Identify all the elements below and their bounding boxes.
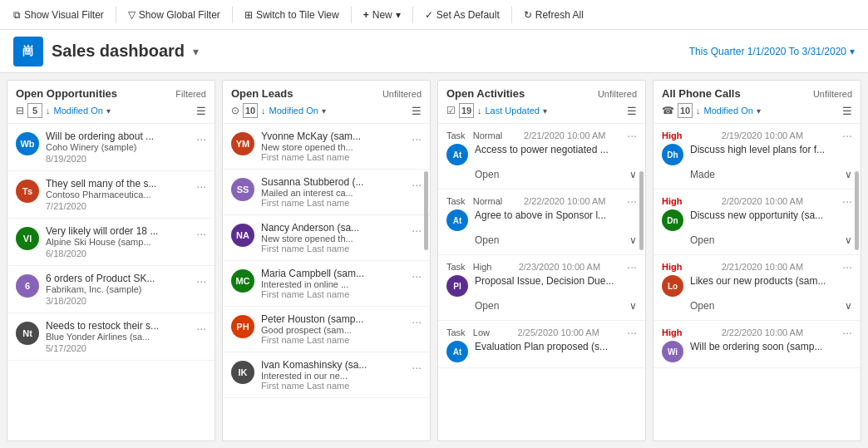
list-item[interactable]: Task Low 2/25/2020 10:00 AM ··· At Evalu… — [438, 321, 645, 368]
call-status-text: Made — [690, 169, 715, 180]
show-global-filter-label: Show Global Filter — [139, 9, 220, 21]
avatar: At — [446, 209, 468, 231]
title-chevron-icon[interactable]: ▾ — [193, 45, 199, 58]
table-row[interactable]: MC Maria Campbell (sam... Interested in … — [223, 261, 430, 307]
call-more-icon[interactable]: ··· — [842, 326, 852, 339]
item-more-icon[interactable]: ··· — [196, 227, 206, 240]
activities-sort-chevron[interactable]: ▾ — [543, 106, 547, 116]
new-button[interactable]: + New ▾ — [357, 6, 407, 24]
opportunities-list: Wb Will be ordering about ... Coho Winer… — [7, 124, 215, 441]
phone-filter-icon[interactable]: ☰ — [842, 105, 852, 117]
leads-sort-chevron[interactable]: ▾ — [322, 106, 326, 116]
table-row[interactable]: SS Susanna Stubberod (... Mailed an inte… — [223, 170, 430, 215]
item-more-icon[interactable]: ··· — [196, 274, 206, 288]
activity-more-icon[interactable]: ··· — [627, 326, 637, 339]
call-date: 2/21/2020 10:00 AM — [722, 262, 803, 272]
item-more-icon[interactable]: ··· — [412, 315, 422, 328]
refresh-icon: ↻ — [524, 9, 532, 21]
phone-sort-icon[interactable]: ↓ — [696, 106, 701, 116]
refresh-all-button[interactable]: ↻ Refresh All — [517, 6, 590, 24]
activity-date: 2/23/2020 10:00 AM — [519, 262, 600, 272]
activity-type: Task Low — [446, 327, 490, 337]
show-visual-filter-button[interactable]: ⧉ Show Visual Filter — [7, 6, 111, 24]
open-activities-header: Open Activities Unfiltered ☑ 19 ↓ Last U… — [438, 81, 645, 124]
activity-date: 2/25/2020 10:00 AM — [517, 327, 599, 337]
switch-tile-view-button[interactable]: ⊞ Switch to Tile View — [238, 6, 346, 24]
call-text: Will be ordering soon (samp... — [690, 341, 852, 352]
table-row[interactable]: Nt Needs to restock their s... Blue Yond… — [7, 313, 215, 361]
call-more-icon[interactable]: ··· — [842, 129, 852, 142]
table-row[interactable]: 6 6 orders of Product SK... Fabrikam, In… — [7, 266, 215, 313]
activity-status-chevron[interactable]: ∨ — [629, 234, 637, 246]
open-activities-title: Open Activities — [446, 87, 525, 100]
item-more-icon[interactable]: ··· — [196, 180, 206, 193]
call-date: 2/20/2020 10:00 AM — [722, 196, 803, 206]
activity-more-icon[interactable]: ··· — [627, 194, 637, 208]
opportunities-count: 5 — [27, 103, 42, 118]
call-more-icon[interactable]: ··· — [842, 194, 852, 208]
list-item[interactable]: High 2/21/2020 10:00 AM ··· Lo Likes our… — [653, 255, 861, 321]
table-row[interactable]: PH Peter Houston (samp... Good prospect … — [223, 307, 430, 352]
opportunities-filter-icon[interactable]: ☰ — [196, 105, 206, 117]
open-leads-column: Open Leads Unfiltered ⊙ 10 ↓ Modified On… — [222, 80, 431, 441]
table-row[interactable]: Wb Will be ordering about ... Coho Winer… — [7, 124, 215, 171]
list-item[interactable]: Task Normal 2/22/2020 10:00 AM ··· At Ag… — [438, 190, 645, 255]
scrollbar[interactable] — [639, 171, 644, 250]
leads-sort-icon[interactable]: ↓ — [261, 106, 266, 116]
activity-status-chevron[interactable]: ∨ — [629, 300, 637, 312]
list-item[interactable]: Task Normal 2/21/2020 10:00 AM ··· At Ac… — [438, 124, 645, 190]
scrollbar[interactable] — [424, 171, 428, 250]
avatar: At — [446, 144, 468, 165]
leads-sort-label[interactable]: Modified On — [269, 106, 318, 116]
opportunities-sort-label[interactable]: Modified On — [54, 106, 103, 116]
set-as-default-label: Set As Default — [436, 9, 500, 21]
item-more-icon[interactable]: ··· — [412, 178, 422, 191]
activity-more-icon[interactable]: ··· — [627, 129, 637, 142]
item-more-icon[interactable]: ··· — [412, 132, 422, 145]
item-more-icon[interactable]: ··· — [196, 322, 206, 335]
avatar: IK — [231, 361, 254, 384]
item-meta: First name Last name — [261, 381, 405, 391]
item-title: 6 orders of Product SK... — [46, 273, 190, 284]
scrollbar[interactable] — [855, 171, 859, 250]
activities-icon: ☑ — [446, 105, 456, 116]
activities-filter-icon[interactable]: ☰ — [627, 105, 637, 117]
leads-count: 10 — [243, 103, 258, 118]
call-status-text: Open — [690, 234, 714, 246]
quarter-selector[interactable]: This Quarter 1/1/2020 To 3/31/2020 ▾ — [689, 46, 855, 57]
list-item[interactable]: High 2/20/2020 10:00 AM ··· Dn Discuss n… — [653, 190, 861, 255]
activity-more-icon[interactable]: ··· — [627, 260, 637, 273]
show-global-filter-button[interactable]: ▽ Show Global Filter — [121, 6, 227, 24]
item-more-icon[interactable]: ··· — [196, 132, 206, 145]
call-status-chevron[interactable]: ∨ — [845, 169, 852, 180]
table-row[interactable]: IK Ivan Komashinsky (sa... Interested in… — [223, 352, 430, 398]
table-row[interactable]: Vl Very likely will order 18 ... Alpine … — [7, 219, 215, 266]
call-status-chevron[interactable]: ∨ — [845, 300, 852, 312]
phone-calls-list: High 2/19/2020 10:00 AM ··· Dh Discuss h… — [653, 124, 861, 441]
opportunities-sort-chevron[interactable]: ▾ — [106, 106, 111, 116]
list-item[interactable]: High 2/22/2020 10:00 AM ··· Wi Will be o… — [653, 321, 861, 368]
table-row[interactable]: NA Nancy Anderson (sa... New store opene… — [223, 215, 430, 261]
item-more-icon[interactable]: ··· — [412, 361, 422, 374]
table-row[interactable]: Ts They sell many of the s... Contoso Ph… — [7, 171, 215, 219]
item-content: Needs to restock their s... Blue Yonder … — [46, 320, 190, 353]
phone-sort-chevron[interactable]: ▾ — [757, 106, 761, 116]
table-row[interactable]: YM Yvonne McKay (sam... New store opened… — [223, 124, 430, 170]
opportunities-sort-icon[interactable]: ↓ — [46, 106, 51, 116]
activities-count: 19 — [459, 103, 474, 118]
item-subtitle: Contoso Pharmaceutica... — [46, 190, 190, 199]
item-more-icon[interactable]: ··· — [412, 224, 422, 237]
list-item[interactable]: Task High 2/23/2020 10:00 AM ··· Pl Prop… — [438, 255, 645, 321]
activity-status-chevron[interactable]: ∨ — [629, 169, 637, 180]
call-more-icon[interactable]: ··· — [842, 260, 852, 273]
item-date: 6/18/2020 — [46, 249, 190, 258]
activities-sort-icon[interactable]: ↓ — [477, 106, 482, 116]
set-as-default-button[interactable]: ✓ Set As Default — [418, 6, 506, 24]
leads-filter-icon[interactable]: ☰ — [412, 105, 422, 117]
item-more-icon[interactable]: ··· — [412, 269, 422, 283]
activities-sort-label[interactable]: Last Updated — [486, 106, 540, 116]
item-subtitle: Interested in our ne... — [261, 371, 405, 381]
call-status-chevron[interactable]: ∨ — [845, 234, 852, 246]
list-item[interactable]: High 2/19/2020 10:00 AM ··· Dh Discuss h… — [653, 124, 861, 190]
phone-sort-label[interactable]: Modified On — [704, 106, 753, 116]
